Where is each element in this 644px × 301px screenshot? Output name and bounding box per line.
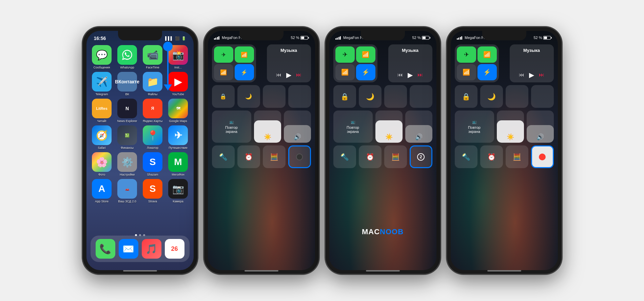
bluetooth-btn-4[interactable]: ⚡ — [477, 64, 497, 80]
alarm-btn-3[interactable]: ⏰ — [359, 145, 382, 168]
app-photos[interactable]: 🌸 Фото — [91, 152, 113, 176]
cc-row3-4: 📺 Повторэкрана ☀️ 🔊 — [455, 111, 554, 143]
volume-vert-4[interactable]: 🔊 — [527, 111, 554, 143]
next-btn-2[interactable]: ⏭ — [296, 72, 301, 78]
prev-btn-3[interactable]: ⏮ — [397, 72, 403, 78]
play-btn-2[interactable]: ▶ — [286, 71, 291, 79]
app-messages[interactable]: 💬 Сообщения — [91, 45, 113, 69]
brightness-vert-4[interactable]: ☀️ — [497, 111, 524, 143]
music-controls-4: ⏮ ▶ ⏭ — [513, 71, 550, 79]
app-locator[interactable]: 📍 Локатор — [141, 125, 164, 149]
wifi-btn-4[interactable]: 📶 — [457, 64, 476, 80]
signal-bars-3 — [335, 36, 341, 40]
brightness-btn-3[interactable] — [384, 85, 407, 108]
volume-vert-3[interactable]: 🔊 — [405, 111, 432, 143]
dock-music-icon: 🎵 — [142, 239, 161, 259]
prev-btn-2[interactable]: ⏮ — [276, 72, 281, 78]
app-files[interactable]: 📁 Файлы — [141, 72, 164, 96]
app-appstore[interactable]: A App Store — [91, 179, 113, 203]
app-telegram[interactable]: ✈️ Telegram — [91, 72, 113, 96]
dock-music[interactable]: 🎵 — [142, 239, 161, 259]
wifi-btn-2[interactable]: 📶 — [214, 64, 233, 80]
calc-btn-2[interactable]: 🧮 — [263, 145, 286, 168]
moon-btn-3[interactable]: 🌙 — [359, 85, 382, 108]
app-litres[interactable]: LitRes Читай! — [91, 99, 113, 123]
lock-btn-2[interactable]: 🔒 — [212, 85, 235, 108]
app-vsd[interactable]: 🚗 Ваш ЗСД 2.0 — [116, 179, 139, 203]
volume-icon-4: 🔊 — [536, 133, 544, 141]
app-megafon-icon: M — [168, 152, 188, 172]
moon-btn-2[interactable]: 🌙 — [237, 85, 260, 108]
volume-btn-4[interactable] — [531, 85, 554, 108]
volume-btn-3[interactable] — [410, 85, 432, 108]
moon-btn-4[interactable]: 🌙 — [480, 85, 503, 108]
app-travel[interactable]: ✈ Путешествие — [167, 125, 190, 149]
record-btn-2[interactable] — [288, 145, 311, 168]
screen-mirror-4[interactable]: 📺 Повторэкрана — [455, 111, 494, 143]
app-shazam[interactable]: S Shazam — [141, 152, 164, 176]
brightness-btn-4[interactable] — [506, 85, 528, 108]
app-camera[interactable]: 📷 Камера — [167, 179, 190, 203]
cellular-btn-2[interactable]: 📶 — [235, 46, 254, 63]
record-btn-4[interactable] — [531, 145, 554, 168]
lock-btn-4[interactable]: 🔒 — [455, 85, 477, 108]
cc-battery-3: 52 % — [412, 36, 430, 40]
app-safari[interactable]: 🧭 Safari — [91, 125, 113, 149]
phone-3-screen: MegaFon Fastest LTE 52 % ✈ � — [329, 31, 436, 270]
app-yandex[interactable]: Я Яндекс.Карты — [141, 99, 164, 123]
airplane-btn-2[interactable]: ✈ — [214, 46, 233, 63]
flashlight-btn-2[interactable]: 🔦 — [212, 145, 235, 168]
dock-calendar[interactable]: 26 — [165, 239, 184, 259]
cellular-btn-4[interactable]: 📶 — [477, 46, 497, 63]
screen-mirror-2[interactable]: 📺 Повторэкрана — [212, 111, 251, 143]
app-news[interactable]: N News Explorer — [116, 99, 139, 123]
cc-grid-4: ✈ 📶 📶 ⚡ Музыка ⏮ ▶ ⏭ — [451, 42, 558, 170]
bluetooth-btn-2[interactable]: ⚡ — [235, 64, 254, 80]
app-settings[interactable]: ⚙️ Настройки — [116, 152, 139, 176]
play-btn-4[interactable]: ▶ — [529, 71, 534, 79]
connectivity-block-4: ✈ 📶 📶 ⚡ — [455, 44, 499, 82]
app-facetime-label: FaceTime — [146, 66, 159, 69]
alarm-btn-2[interactable]: ⏰ — [237, 145, 260, 168]
volume-slider-2[interactable] — [288, 85, 311, 108]
music-controls-2: ⏮ ▶ ⏭ — [270, 71, 308, 79]
cellular-btn-3[interactable]: 📶 — [356, 46, 375, 63]
dock-phone[interactable]: 📞 — [96, 239, 115, 259]
app-appstore-label: App Store — [95, 200, 109, 203]
record-btn-3[interactable]: 2 — [410, 145, 432, 168]
flashlight-btn-4[interactable]: 🔦 — [455, 145, 477, 168]
flashlight-btn-3[interactable]: 🔦 — [333, 145, 356, 168]
brightness-slider-2[interactable] — [263, 85, 286, 108]
bluetooth-btn-3[interactable]: ⚡ — [356, 64, 375, 80]
notch-1 — [118, 31, 162, 40]
lock-btn-3[interactable]: 🔒 — [333, 85, 356, 108]
alarm-btn-4[interactable]: ⏰ — [480, 145, 503, 168]
dock-mail[interactable]: ✉️ — [119, 239, 138, 259]
calc-btn-3[interactable]: 🧮 — [384, 145, 407, 168]
app-vk-icon: ВКонтакте — [117, 72, 137, 92]
app-files-label: Файлы — [148, 93, 158, 96]
brightness-vert-2[interactable]: ☀️ — [254, 111, 281, 143]
app-travel-icon: ✈ — [168, 125, 188, 145]
wifi-btn-3[interactable]: 📶 — [335, 64, 355, 80]
play-btn-3[interactable]: ▶ — [408, 71, 413, 79]
calc-btn-4[interactable]: 🧮 — [506, 145, 528, 168]
brightness-vert-3[interactable]: ☀️ — [375, 111, 403, 143]
screen-mirror-3[interactable]: 📺 Повторэкрана — [333, 111, 373, 143]
app-gmaps[interactable]: 🗺 Google Maps — [167, 99, 190, 123]
app-finance[interactable]: 💹 Финансы — [116, 125, 139, 149]
prev-btn-4[interactable]: ⏮ — [519, 72, 524, 78]
app-vk[interactable]: ВКонтакте ВК — [116, 72, 139, 96]
next-btn-3[interactable]: ⏭ — [417, 72, 423, 78]
airplane-btn-4[interactable]: ✈ — [457, 46, 476, 63]
next-btn-4[interactable]: ⏭ — [539, 72, 544, 78]
app-whatsapp[interactable]: WhatsApp — [116, 45, 139, 69]
volume-vert-2[interactable]: 🔊 — [284, 111, 311, 143]
music-title-4: Музыка — [513, 48, 550, 53]
app-megafon[interactable]: M МегаФон — [167, 152, 190, 176]
app-facetime[interactable]: 📹 FaceTime — [141, 45, 164, 69]
airplane-btn-3[interactable]: ✈ — [335, 46, 355, 63]
app-news-label: News Explorer — [117, 119, 137, 123]
app-strava[interactable]: S Strava — [141, 179, 164, 203]
cc-battery-4: 52 % — [533, 36, 551, 40]
